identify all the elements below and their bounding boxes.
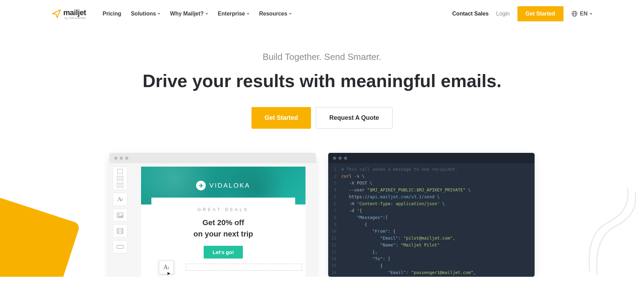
code-line: 1# This call sends a message to one reci… [328, 166, 535, 173]
svg-rect-6 [117, 229, 118, 233]
line-number: 15 [328, 262, 341, 269]
line-number: 17 [328, 276, 341, 277]
line-content: "Name": "Mailjet Pilot" [341, 242, 440, 249]
nav-enterprise[interactable]: Enterprise [218, 11, 249, 17]
top-nav: mailjet by PATHWIRE Pricing Solutions Wh… [0, 0, 644, 28]
hero-request-quote-button[interactable]: Request A Quote [316, 107, 393, 129]
chevron-down-icon [205, 13, 208, 15]
nav-why-label: Why Mailjet? [170, 11, 204, 17]
chevron-down-icon [590, 13, 592, 15]
code-line: 3 -X POST \ [328, 180, 535, 187]
nav-pricing[interactable]: Pricing [103, 11, 121, 17]
line-number: 16 [328, 269, 341, 276]
cursor-icon: ➤ [167, 271, 171, 276]
code-line: 17 "Name": "passenger 1" [328, 276, 535, 277]
line-content: -X POST \ [341, 180, 372, 187]
video-tool[interactable] [113, 224, 127, 238]
logo-subtext: by PATHWIRE [63, 17, 86, 20]
line-content: # This call sends a message to one recip… [341, 166, 458, 173]
decorative-shape [0, 196, 80, 277]
text-tool[interactable]: AI [113, 193, 127, 206]
layout-half-icon [121, 183, 123, 188]
window-dot-icon [344, 157, 347, 160]
line-content: "To": [ [341, 255, 390, 262]
code-line: 12 "Name": "Mailjet Pilot" [328, 242, 535, 249]
button-tool[interactable] [113, 240, 127, 253]
airplane-icon: ✈ [196, 181, 206, 190]
line-number: 3 [328, 180, 341, 187]
code-line: 10 "From": { [328, 228, 535, 235]
designer-canvas: ✈ VIDALOKA GREAT DEALS Get 20% off on yo… [131, 163, 316, 277]
logo[interactable]: mailjet by PATHWIRE [52, 8, 86, 20]
email-body: GREAT DEALS Get 20% off on your next tri… [151, 198, 295, 268]
line-content: -H 'Content-Type: application/json' \ [341, 200, 445, 207]
chevron-down-icon [158, 13, 160, 15]
code-line: 16 "Email": "passenger1@mailjet.com", [328, 269, 535, 276]
contact-sales-link[interactable]: Contact Sales [452, 11, 489, 17]
code-line: 4 --user "$MJ_APIKEY_PUBLIC:$MJ_APIKEY_P… [328, 187, 535, 193]
cta-row: Get Started Request A Quote [7, 107, 637, 129]
login-link[interactable]: Login [496, 11, 509, 17]
code-line: 7 -d '{ [328, 207, 535, 214]
code-line: 8 "Messages":[ [328, 214, 535, 221]
dropzone[interactable] [186, 264, 302, 271]
lang-label: EN [580, 11, 588, 17]
window-dot-icon [125, 157, 128, 160]
line-number: 7 [328, 207, 341, 214]
hero-panels: AI ✈ VIDALOKA GREAT DEALS Get 20% off on… [0, 143, 644, 277]
language-selector[interactable]: EN [571, 10, 592, 17]
deal-button[interactable]: Let's go! [204, 246, 243, 259]
tagline: Build Together. Send Smarter. [7, 52, 637, 62]
nav-solutions-label: Solutions [131, 11, 156, 17]
line-number: 9 [328, 221, 341, 228]
svg-point-4 [118, 214, 119, 215]
nav-resources[interactable]: Resources [259, 11, 292, 17]
text-tool-label: A [117, 196, 121, 203]
email-preview: ✈ VIDALOKA GREAT DEALS Get 20% off on yo… [141, 167, 305, 277]
deal-line1: Get 20% off [158, 217, 288, 228]
window-bar [109, 153, 316, 163]
code-line: 9 { [328, 221, 535, 228]
hero-get-started-button[interactable]: Get Started [251, 107, 311, 129]
chevron-down-icon [247, 13, 249, 15]
get-started-button[interactable]: Get Started [517, 6, 564, 21]
deal-line2: on your next trip [158, 228, 288, 240]
line-number: 5 [328, 193, 341, 200]
layout-half-icon [117, 183, 119, 188]
window-dot-icon [333, 157, 336, 160]
email-brand: VIDALOKA [209, 182, 250, 189]
line-number: 6 [328, 200, 341, 207]
layout-full-icon [117, 169, 123, 174]
headline: Drive your results with meaningful email… [7, 71, 637, 91]
window-dot-icon [339, 157, 342, 160]
nav-pricing-label: Pricing [103, 11, 121, 17]
nav-resources-label: Resources [259, 11, 287, 17]
layout-half-icon [121, 176, 123, 181]
layout-tool-group[interactable] [113, 167, 127, 190]
nav-why[interactable]: Why Mailjet? [170, 11, 208, 17]
line-content: { [341, 262, 383, 269]
image-icon [117, 213, 123, 218]
code-line: 6 -H 'Content-Type: application/json' \ [328, 200, 535, 207]
video-icon [117, 229, 123, 233]
line-content: "Name": "passenger 1" [341, 276, 442, 277]
line-number: 4 [328, 187, 341, 193]
logo-text: mailjet [63, 8, 86, 17]
designer-body: AI ✈ VIDALOKA GREAT DEALS Get 20% off on… [109, 163, 316, 277]
svg-rect-7 [122, 229, 123, 233]
deal-label: GREAT DEALS [158, 207, 288, 212]
line-number: 11 [328, 235, 341, 242]
code-line: 5 https://api.mailjet.com/v3.1/send \ [328, 193, 535, 200]
line-number: 12 [328, 242, 341, 249]
window-dot-icon [120, 157, 123, 160]
nav-enterprise-label: Enterprise [218, 11, 245, 17]
image-tool[interactable] [113, 209, 127, 222]
code-line: 13 }, [328, 249, 535, 255]
code-line: 15 { [328, 262, 535, 269]
line-number: 2 [328, 173, 341, 180]
paper-plane-icon [52, 9, 61, 19]
layout-half-icon [117, 176, 119, 181]
line-content: --user "$MJ_APIKEY_PUBLIC:$MJ_APIKEY_PRI… [341, 187, 471, 193]
nav-solutions[interactable]: Solutions [131, 11, 160, 17]
line-content: }, [341, 249, 377, 255]
